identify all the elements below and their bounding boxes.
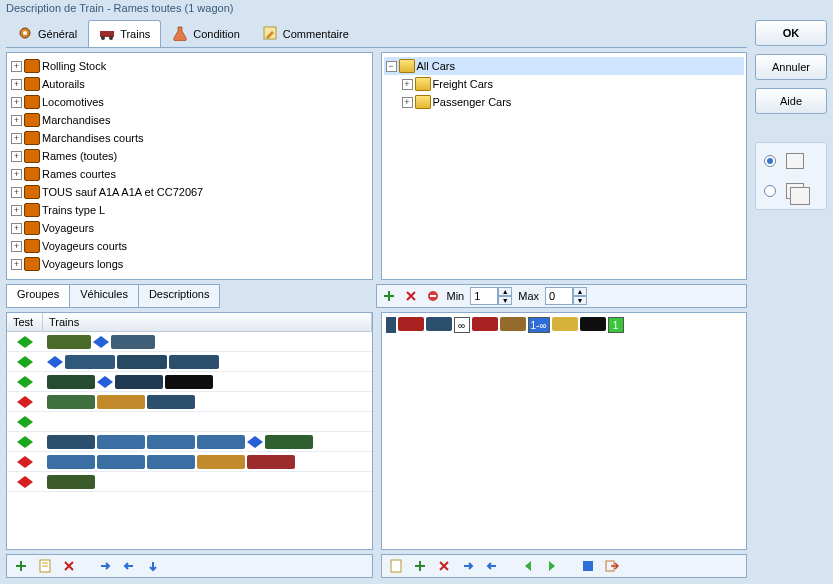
- subtab-vehicules[interactable]: Véhicules: [70, 284, 139, 308]
- test-indicator[interactable]: [7, 436, 43, 448]
- ok-button[interactable]: OK: [755, 20, 827, 46]
- consist-next-button[interactable]: [544, 558, 560, 574]
- expand-icon[interactable]: [402, 97, 413, 108]
- max-up[interactable]: ▲: [573, 287, 587, 296]
- grid-body[interactable]: [7, 332, 372, 549]
- min-down[interactable]: ▼: [498, 296, 512, 305]
- cars-tree[interactable]: All Cars Freight Cars Passenger Cars: [381, 52, 748, 280]
- expand-icon[interactable]: [11, 259, 22, 270]
- consist-pane: ∞1-∞1: [381, 312, 748, 550]
- expand-icon[interactable]: [11, 133, 22, 144]
- tree-node[interactable]: TOUS sauf A1A A1A et CC72067: [9, 183, 370, 201]
- max-down[interactable]: ▼: [573, 296, 587, 305]
- tab-comment[interactable]: Commentaire: [251, 20, 360, 47]
- test-indicator[interactable]: [7, 356, 43, 368]
- tree-node-passenger[interactable]: Passenger Cars: [384, 93, 745, 111]
- add-limit-button[interactable]: [381, 288, 397, 304]
- grid-header: Test Trains: [7, 313, 372, 332]
- expand-icon[interactable]: [11, 61, 22, 72]
- consist-delete-button[interactable]: [436, 558, 452, 574]
- new-doc-button[interactable]: [37, 558, 53, 574]
- table-row[interactable]: [7, 372, 372, 392]
- delete-group-button[interactable]: [61, 558, 77, 574]
- consist-marker-icon: [386, 317, 396, 333]
- subtab-descriptions[interactable]: Descriptions: [139, 284, 221, 308]
- table-row[interactable]: [7, 452, 372, 472]
- car-icon: [47, 375, 95, 389]
- tree-node-freight[interactable]: Freight Cars: [384, 75, 745, 93]
- view-mode-single[interactable]: [764, 153, 818, 169]
- add-group-button[interactable]: [13, 558, 29, 574]
- delete-limit-button[interactable]: [403, 288, 419, 304]
- test-indicator[interactable]: [7, 336, 43, 348]
- move-left-button[interactable]: [121, 558, 137, 574]
- car-icon: [115, 375, 163, 389]
- test-indicator[interactable]: [7, 456, 43, 468]
- expand-icon[interactable]: [11, 187, 22, 198]
- consist-body[interactable]: ∞1-∞1: [382, 313, 747, 549]
- table-row[interactable]: [7, 472, 372, 492]
- tree-node[interactable]: Autorails: [9, 75, 370, 93]
- table-row[interactable]: [7, 352, 372, 372]
- min-input[interactable]: [470, 287, 498, 305]
- move-down-button[interactable]: [145, 558, 161, 574]
- test-indicator[interactable]: [7, 396, 43, 408]
- expand-icon[interactable]: [11, 97, 22, 108]
- tree-node[interactable]: Voyageurs courts: [9, 237, 370, 255]
- expand-icon[interactable]: [11, 223, 22, 234]
- train-consist-cell: [43, 395, 372, 409]
- tree-node[interactable]: Voyageurs longs: [9, 255, 370, 273]
- consist-exit-button[interactable]: [604, 558, 620, 574]
- car-icon: [247, 455, 295, 469]
- tree-node[interactable]: Rolling Stock: [9, 57, 370, 75]
- svg-point-1: [23, 31, 27, 35]
- expand-icon[interactable]: [11, 241, 22, 252]
- tab-general[interactable]: Général: [6, 20, 88, 47]
- tree-node[interactable]: Rames courtes: [9, 165, 370, 183]
- table-row[interactable]: [7, 392, 372, 412]
- tree-node[interactable]: Voyageurs: [9, 219, 370, 237]
- expand-icon[interactable]: [11, 169, 22, 180]
- tab-condition[interactable]: Condition: [161, 20, 250, 47]
- table-row[interactable]: [7, 432, 372, 452]
- consist-stop-button[interactable]: [580, 558, 596, 574]
- consist-add-button[interactable]: [412, 558, 428, 574]
- tree-node[interactable]: Locomotives: [9, 93, 370, 111]
- tree-node[interactable]: Marchandises courts: [9, 129, 370, 147]
- categories-tree[interactable]: Rolling StockAutorailsLocomotivesMarchan…: [6, 52, 373, 280]
- min-up[interactable]: ▲: [498, 287, 512, 296]
- tree-node-all-cars[interactable]: All Cars: [384, 57, 745, 75]
- subtab-groupes[interactable]: Groupes: [6, 284, 70, 308]
- col-trains[interactable]: Trains: [43, 313, 372, 331]
- min-spinner[interactable]: ▲▼: [470, 287, 512, 305]
- table-row[interactable]: [7, 412, 372, 432]
- test-indicator[interactable]: [7, 376, 43, 388]
- tree-node[interactable]: Rames (toutes): [9, 147, 370, 165]
- consist-right-button[interactable]: [460, 558, 476, 574]
- cancel-button[interactable]: Annuler: [755, 54, 827, 80]
- move-right-button[interactable]: [97, 558, 113, 574]
- expand-icon[interactable]: [11, 115, 22, 126]
- consist-left-button[interactable]: [484, 558, 500, 574]
- test-indicator[interactable]: [7, 476, 43, 488]
- expand-icon[interactable]: [11, 151, 22, 162]
- tab-trains[interactable]: Trains: [88, 20, 161, 47]
- expand-icon[interactable]: [11, 79, 22, 90]
- collapse-icon[interactable]: [386, 61, 397, 72]
- help-button[interactable]: Aide: [755, 88, 827, 114]
- max-input[interactable]: [545, 287, 573, 305]
- table-row[interactable]: [7, 332, 372, 352]
- car-icon: [147, 395, 195, 409]
- tree-node[interactable]: Marchandises: [9, 111, 370, 129]
- test-indicator[interactable]: [7, 416, 43, 428]
- car-icon: [47, 475, 95, 489]
- tree-node[interactable]: Trains type L: [9, 201, 370, 219]
- view-mode-stack[interactable]: [764, 183, 818, 199]
- expand-icon[interactable]: [402, 79, 413, 90]
- consist-new-button[interactable]: [388, 558, 404, 574]
- expand-icon[interactable]: [11, 205, 22, 216]
- consist-prev-button[interactable]: [520, 558, 536, 574]
- stop-limit-button[interactable]: [425, 288, 441, 304]
- col-test[interactable]: Test: [7, 313, 43, 331]
- max-spinner[interactable]: ▲▼: [545, 287, 587, 305]
